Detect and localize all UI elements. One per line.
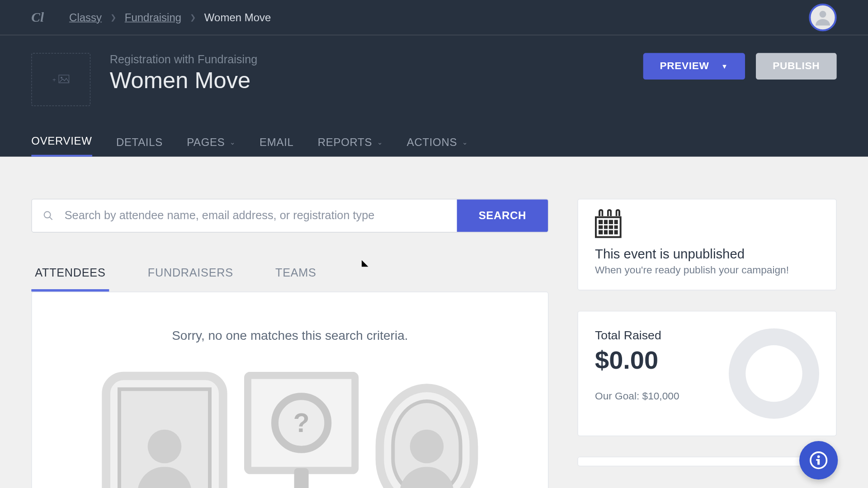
raised-label: Total Raised [595,328,679,343]
caret-down-icon: ▼ [721,63,728,70]
progress-ring [729,328,819,419]
svg-line-4 [50,217,52,220]
svg-point-2 [61,76,62,78]
top-bar: Cl Classy ❯ Fundraising ❯ Women Move [0,0,868,35]
svg-point-3 [44,211,51,218]
tab-overview[interactable]: OVERVIEW [31,135,92,157]
preview-button[interactable]: PREVIEW ▼ [643,53,745,80]
tab-pages[interactable]: PAGES ⌄ [187,135,236,157]
calendar-icon [595,213,622,238]
breadcrumb: Cl Classy ❯ Fundraising ❯ Women Move [31,9,271,25]
svg-point-6 [817,455,820,458]
svg-point-0 [820,11,826,18]
tab-email[interactable]: EMAIL [259,135,293,157]
status-card: This event is unpublished When you're re… [577,199,836,291]
svg-rect-8 [816,459,818,461]
user-icon [813,8,833,27]
raised-goal: Our Goal: $10,000 [595,390,679,403]
image-icon [58,75,69,85]
secondary-tabs: ATTENDEES FUNDRAISERS TEAMS [31,260,548,291]
chevron-down-icon: ⌄ [377,138,383,146]
chevron-right-icon: ❯ [190,13,196,22]
tab-actions[interactable]: ACTIONS ⌄ [407,135,468,157]
status-subtitle: When you're ready publish your campaign! [595,264,819,277]
plus-icon: + [52,76,56,83]
chevron-down-icon: ⌄ [230,138,236,146]
cursor-icon: ◣ [362,258,368,267]
campaign-header: + Registration with Fundraising Women Mo… [0,35,868,156]
search-icon [43,210,54,221]
breadcrumb-section[interactable]: Fundraising [125,11,181,24]
subtab-fundraisers[interactable]: FUNDRAISERS [144,260,237,291]
primary-tabs: OVERVIEW DETAILS PAGES ⌄ EMAIL REPORTS ⌄… [31,135,836,157]
empty-illustration: ? [44,372,536,488]
tab-reports[interactable]: REPORTS ⌄ [318,135,383,157]
help-fab[interactable] [799,441,838,479]
results-panel: Sorry, no one matches this search criter… [31,291,548,488]
raised-amount: $0.00 [595,346,679,375]
campaign-title: Women Move [110,67,258,93]
upload-thumbnail[interactable]: + [31,53,90,106]
chevron-down-icon: ⌄ [462,138,468,146]
magnifier-frame-icon: ? [244,372,359,488]
search-button[interactable]: SEARCH [457,199,548,232]
chevron-right-icon: ❯ [110,13,116,22]
campaign-type: Registration with Fundraising [110,53,258,66]
empty-state: Sorry, no one matches this search criter… [32,292,548,488]
info-icon [809,450,828,470]
total-raised-card: Total Raised $0.00 Our Goal: $10,000 [577,311,836,436]
card-peek [577,457,836,466]
empty-message: Sorry, no one matches this search criter… [44,328,536,343]
search-input[interactable] [65,209,446,222]
breadcrumb-current: Women Move [204,11,271,24]
subtab-attendees[interactable]: ATTENDEES [31,260,109,291]
portrait-frame-icon [102,372,227,488]
oval-frame-icon [376,384,478,488]
logo[interactable]: Cl [31,9,44,25]
tab-details[interactable]: DETAILS [116,135,163,157]
breadcrumb-root[interactable]: Classy [69,11,102,24]
subtab-teams[interactable]: TEAMS [272,260,320,291]
search-bar: SEARCH [31,199,548,233]
preview-label: PREVIEW [660,60,709,72]
status-title: This event is unpublished [595,246,819,262]
avatar[interactable] [809,4,836,31]
publish-button[interactable]: PUBLISH [756,53,837,80]
